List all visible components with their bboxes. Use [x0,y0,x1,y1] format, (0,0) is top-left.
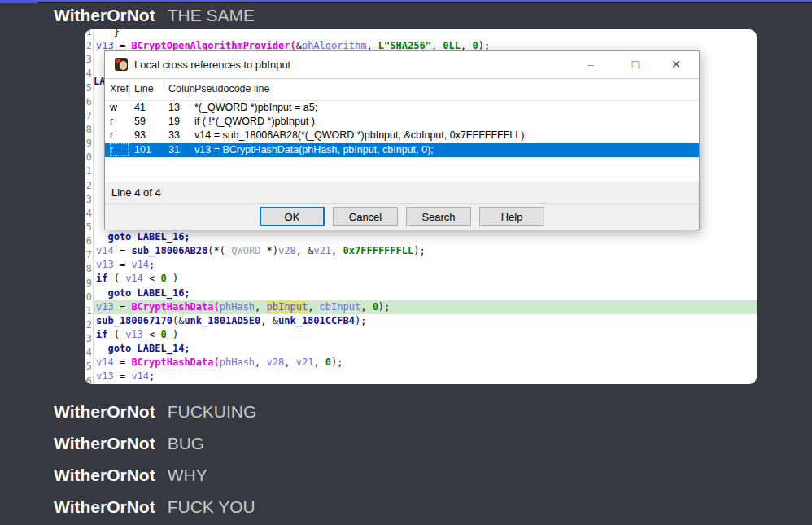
window-top-strip [0,0,812,3]
code-line: v13 = v14; [93,258,757,272]
code-line: goto LABEL_16; [93,230,757,244]
xref-list-header[interactable]: Xref Line Colun Pseudocode line [105,79,699,101]
message-username[interactable]: WitherOrNot [54,434,155,453]
line-number: 88 [85,123,92,137]
header-separator[interactable] [164,81,164,98]
table-row[interactable]: r 59 19 if ( !*(_QWORD *)pbInput ) [105,115,699,129]
line-number: 106 [85,374,92,384]
chat-message: WitherOrNot FUCK YOU [54,497,255,517]
line-number: 100 [85,291,92,304]
table-row[interactable]: r 93 33 v14 = sub_18006AB28(*(_QWORD *)p… [105,129,699,142]
dialog-buttons: OK Cancel Search Help [105,207,699,226]
code-line: goto LABEL_14; [93,342,757,356]
dialog-titlebar[interactable]: Local cross references to pbInput – □ ✕ [105,51,699,79]
cell-xref: w [110,101,129,115]
line-number: 96 [85,234,92,248]
column-header-xref[interactable]: Xref [110,83,129,94]
cell-line: 59 [134,115,146,129]
top-accent-bar [0,0,38,3]
code-line: v13 = v14; [93,370,757,383]
help-button[interactable]: Help [479,207,544,226]
cell-column: 31 [168,143,180,157]
line-number: 85 [85,81,92,95]
line-number: 101 [85,304,92,318]
line-number: 89 [85,137,92,151]
code-line: if ( v13 < 0 ) [93,328,757,342]
top-accent-line [0,0,812,2]
header-separator[interactable] [129,81,130,98]
cell-xref: r [110,129,129,142]
message-text: FUCKUING [168,402,257,422]
message-text: WHY [168,466,207,485]
chat-message: WitherOrNot WHY [54,466,207,485]
footer-separator [105,203,699,204]
code-line: sub_180067170(&unk_1801AD5E0, &unk_1801C… [93,314,757,328]
line-number: 98 [85,262,92,276]
line-number: 99 [85,277,92,291]
line-number: 90 [85,151,92,164]
header-separator[interactable] [189,81,190,98]
minimize-icon[interactable]: – [578,51,603,77]
code-line: v13 = BCryptHashData(phHash, pbInput, cb… [93,300,757,314]
chat-message: WitherOrNot THE SAME [54,6,255,25]
pseudocode-above-dialog: }v13 = BCryptOpenAlgorithmProvider(&phAl… [93,29,757,53]
line-number-gutter: 8182838485868788899091929394959697989910… [85,29,93,384]
xref-dialog: Local cross references to pbInput – □ ✕ … [104,50,700,230]
ok-button[interactable]: OK [260,207,325,226]
line-number: 94 [85,207,92,221]
cell-xref: r [110,115,129,129]
column-header-column[interactable]: Colun [168,83,195,94]
line-number: 86 [85,95,92,109]
line-number: 105 [85,360,92,374]
line-number: 92 [85,179,92,193]
cell-line: 101 [134,143,151,157]
code-line: goto LABEL_16; [93,287,757,300]
code-line: v14 = sub_18006AB28(*(_QWORD *)v28, &v21… [93,244,757,258]
line-number: 95 [85,221,92,234]
line-number: 93 [85,193,92,207]
message-username[interactable]: WitherOrNot [54,6,155,25]
cell-line: 93 [134,129,146,142]
cell-pseudocode: v14 = sub_18006AB28(*(_QWORD *)pbInput, … [194,129,527,142]
code-line: if ( v14 < 0 ) [93,272,757,286]
chat-message: WitherOrNot BUG [54,434,204,453]
code-line: v14 = BCryptHashData(phHash, v28, v21, 0… [93,356,757,370]
table-row[interactable]: w 41 13 *(_QWORD *)pbInput = a5; [105,101,699,115]
line-number: 81 [85,29,92,39]
cell-pseudocode: *(_QWORD *)pbInput = a5; [194,101,317,115]
line-number: 104 [85,346,92,360]
line-number: 87 [85,109,92,123]
column-header-pseudocode[interactable]: Pseudocode line [194,83,269,94]
line-number: 83 [85,53,92,67]
line-number: 82 [85,39,92,53]
column-header-line[interactable]: Line [134,83,154,94]
line-number: 91 [85,164,92,178]
message-username[interactable]: WitherOrNot [54,466,155,485]
chat-message: WitherOrNot FUCKUING [54,402,256,422]
dialog-title: Local cross references to pbInput [134,51,290,78]
cell-column: 13 [168,101,180,115]
cell-xref: r [110,143,129,156]
search-button[interactable]: Search [406,207,471,226]
line-number: 103 [85,332,92,346]
cell-pseudocode: v13 = BCryptHashData(phHash, pbInput, cb… [194,143,434,157]
dialog-footer: Line 4 of 4 OK Cancel Search Help [105,182,699,230]
table-row-selected[interactable]: r 101 31 v13 = BCryptHashData(phHash, pb… [105,143,699,157]
cell-column: 33 [168,129,180,142]
line-number: 97 [85,248,92,262]
message-username[interactable]: WitherOrNot [54,402,155,422]
code-line: } [93,29,757,39]
message-text: FUCK YOU [168,497,255,517]
cancel-button[interactable]: Cancel [333,207,398,226]
close-icon[interactable]: ✕ [664,51,688,77]
pseudocode-below-dialog: goto LABEL_16;v14 = sub_18006AB28(*(_QWO… [93,230,757,384]
line-number: 102 [85,318,92,332]
cell-column: 19 [168,115,180,129]
xref-list: Xref Line Colun Pseudocode line w 41 13 … [105,79,699,182]
maximize-icon[interactable]: □ [623,51,648,77]
message-text: THE SAME [168,6,255,25]
message-username[interactable]: WitherOrNot [54,497,155,517]
line-number: 84 [85,67,92,81]
message-text: BUG [168,434,205,453]
attachment-image[interactable]: 8182838485868788899091929394959697989910… [85,29,757,384]
